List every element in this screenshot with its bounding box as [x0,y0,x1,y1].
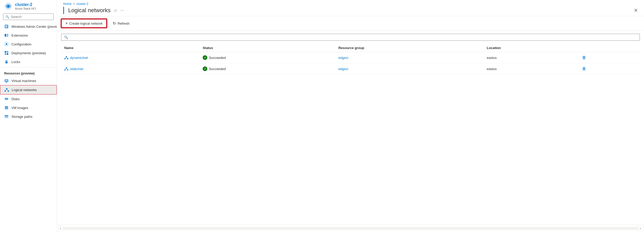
status-success-icon: ✓ [203,66,207,71]
table-row: dynamiclnet✓Succeedededgecieastus🗑 [61,52,640,63]
svg-rect-17 [5,80,8,81]
svg-point-25 [6,99,7,99]
col-actions [577,44,640,52]
svg-point-2 [7,5,9,7]
resources-section-label: Resources (preview) [0,69,57,76]
cell-location: eastus [484,52,577,63]
sidebar-item-configuration[interactable]: Configuration [0,40,57,49]
svg-point-19 [6,88,8,90]
status-cell: ✓Succeeded [203,55,332,60]
table-search-box[interactable]: 🔍 [61,34,640,41]
sidebar-item-locks[interactable]: Locks [0,57,57,66]
svg-rect-29 [5,117,8,117]
sidebar-item-windows-admin[interactable]: Windows Admin Center (preview) [0,22,57,31]
svg-point-38 [67,69,68,70]
svg-rect-5 [5,26,7,27]
col-resource-group: Resource group [335,44,484,52]
svg-line-40 [66,69,68,70]
scroll-left-button[interactable]: ‹ [58,226,63,231]
breadcrumb-home[interactable]: Home [63,2,72,6]
table-header: Name Status Resource group Location [61,44,640,52]
breadcrumb-cluster[interactable]: cluster-2 [76,2,88,6]
svg-line-39 [65,69,66,70]
close-icon[interactable]: ✕ [634,8,638,13]
admin-icon [4,24,9,29]
svg-rect-28 [5,115,8,116]
svg-line-35 [66,57,68,58]
sidebar-item-label: Logical networks [12,88,37,92]
status-badge: Succeeded [209,56,226,60]
svg-rect-12 [7,51,8,53]
svg-line-34 [65,57,66,58]
svg-rect-7 [5,34,6,37]
svg-rect-13 [5,53,6,55]
cluster-name: cluster-2 [15,2,36,7]
favorite-star-icon[interactable]: ☆ [114,8,117,13]
sidebar-item-label: Extensions [11,33,28,37]
toolbar: + Create logical network ↻ Refresh [57,16,644,31]
more-options-icon[interactable]: ··· [121,8,124,13]
cell-status: ✓Succeeded [200,63,335,74]
create-logical-network-button[interactable]: + Create logical network [61,19,107,28]
svg-rect-14 [7,53,8,55]
sidebar-item-virtual-machines[interactable]: Virtual machines [0,76,57,85]
sidebar-item-deployments[interactable]: Deployments (preview) [0,49,57,57]
table-search-icon: 🔍 [64,35,68,39]
svg-point-21 [8,91,9,92]
vm-icon [4,78,9,83]
resource-group-link[interactable]: edgeci [338,67,481,71]
sidebar-item-label: Locks [11,60,20,64]
sidebar-search-box[interactable]: 🔍 [3,13,54,20]
cell-name: staticlnet [61,63,200,74]
breadcrumb: Home > cluster-2 [57,0,644,6]
sidebar-item-disks[interactable]: Disks [0,94,57,103]
col-name: Name [61,44,200,52]
network-name-link[interactable]: staticlnet [64,67,196,71]
svg-point-10 [6,43,7,45]
delete-button[interactable]: 🗑 [581,55,588,60]
sidebar-item-logical-networks[interactable]: Logical networks [0,85,57,94]
svg-rect-30 [5,118,8,118]
page-title: Logical networks [68,7,111,14]
ext-icon [4,33,9,38]
svg-rect-6 [5,27,7,28]
scroll-right-button[interactable]: › [638,226,643,231]
svg-rect-8 [7,34,8,35]
sidebar-item-vm-images[interactable]: VM images [0,103,57,112]
resource-group-link[interactable]: edgeci [338,56,481,60]
cell-resource-group: edgeci [335,52,484,63]
sidebar-item-storage-paths[interactable]: Storage paths [0,112,57,121]
row-network-icon [64,56,68,60]
svg-rect-4 [5,25,8,26]
svg-rect-15 [5,62,8,63]
lock-icon [4,59,9,64]
refresh-button[interactable]: ↻ Refresh [109,19,133,28]
cell-location: eastus [484,63,577,74]
scroll-bar-area: ‹ › [57,224,644,232]
network-name-link[interactable]: dynamiclnet [64,56,196,60]
svg-point-32 [64,58,65,59]
sidebar-item-extensions[interactable]: Extensions [0,31,57,40]
cell-name: dynamiclnet [61,52,200,63]
table-header-row: Name Status Resource group Location [61,44,640,52]
table-body: dynamiclnet✓Succeedededgecieastus🗑static… [61,52,640,74]
cluster-info: cluster-2 Azure Stack HCI [15,2,36,10]
sidebar-nav: Windows Admin Center (preview) Extension… [0,22,57,232]
cell-delete: 🗑 [577,63,640,74]
cell-status: ✓Succeeded [200,52,335,63]
sidebar-item-label: Disks [11,97,20,101]
status-success-icon: ✓ [203,55,207,60]
status-cell: ✓Succeeded [203,66,332,71]
sidebar-item-label: VM images [11,106,28,110]
sidebar-item-label: Virtual machines [11,79,36,83]
deploy-icon [4,51,9,55]
table-search-input[interactable] [70,35,637,39]
sidebar-search-input[interactable] [11,15,51,19]
sidebar-item-label: Windows Admin Center (preview) [11,25,57,29]
status-badge: Succeeded [209,67,226,71]
cluster-branding: cluster-2 Azure Stack HCI [0,0,57,11]
delete-button[interactable]: 🗑 [581,66,588,72]
disk-icon [4,97,9,101]
svg-point-33 [67,58,68,59]
svg-line-22 [5,90,7,91]
